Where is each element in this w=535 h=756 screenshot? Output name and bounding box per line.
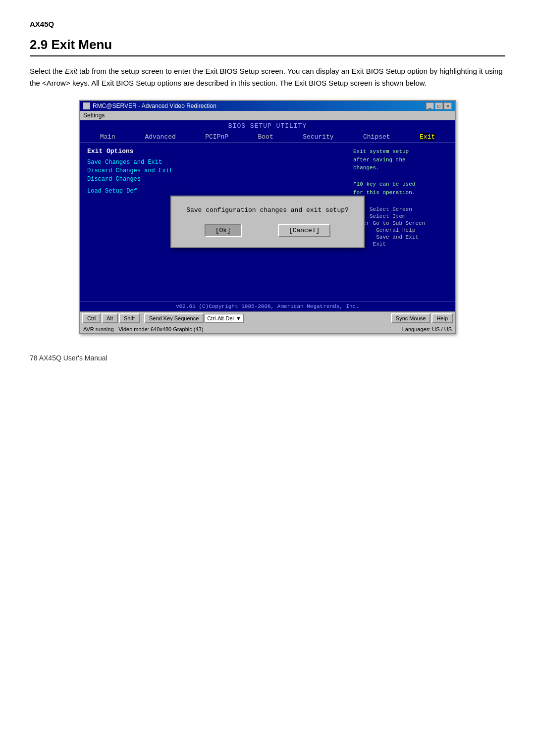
bios-status-right: Languages: US / US — [402, 326, 452, 332]
bios-nav-exit[interactable]: Exit — [420, 133, 435, 141]
toolbar-shift-button[interactable]: Shift — [119, 313, 140, 323]
bios-window: RMC@SERVER - Advanced Video Redirection … — [79, 100, 456, 334]
bios-menubar: Settings — [80, 111, 455, 120]
bios-dialog: Save configuration changes and exit setu… — [170, 196, 365, 248]
section-title: 2.9 Exit Menu — [30, 37, 505, 56]
bios-dialog-overlay: Save configuration changes and exit setu… — [80, 143, 455, 301]
bios-nav-pcipnp[interactable]: PCIPnP — [205, 133, 228, 141]
bios-dialog-cancel-button[interactable]: [Cancel] — [278, 224, 330, 237]
bios-nav-advanced[interactable]: Advanced — [145, 133, 175, 141]
page-content: AX45Q 2.9 Exit Menu Select the Exit tab … — [30, 20, 505, 362]
bios-nav-boot[interactable]: Boot — [258, 133, 273, 141]
bios-titlebar: RMC@SERVER - Advanced Video Redirection … — [80, 101, 455, 111]
toolbar-separator-1 — [142, 314, 142, 323]
bios-screen: BIOS SETUP UTILITY Main Advanced PCIPnP … — [80, 120, 455, 311]
bios-titlebar-buttons: _ □ × — [426, 102, 452, 109]
page-footer: 78 AX45Q User's Manual — [30, 354, 505, 362]
bios-nav-chipset[interactable]: Chipset — [363, 133, 390, 141]
toolbar-alt-button[interactable]: Alt — [102, 313, 118, 323]
bios-window-title: RMC@SERVER - Advanced Video Redirection — [93, 102, 216, 109]
bios-header-bar: BIOS SETUP UTILITY — [80, 120, 455, 132]
close-button[interactable]: × — [444, 102, 452, 109]
minimize-button[interactable]: _ — [426, 102, 434, 109]
dropdown-arrow-icon[interactable]: ▼ — [236, 315, 241, 321]
bios-dialog-buttons: [Ok] [Cancel] — [186, 224, 349, 237]
bios-titlebar-left: RMC@SERVER - Advanced Video Redirection — [83, 102, 216, 109]
bios-status-left: AVR running - Video mode: 640x480 Graphi… — [83, 326, 203, 332]
bios-dialog-text: Save configuration changes and exit setu… — [186, 206, 349, 214]
bios-status-bar: v02.61 (C)Copyright 1985-2006, American … — [80, 301, 455, 311]
bios-app-icon — [83, 102, 90, 109]
sync-mouse-button[interactable]: Sync Mouse — [391, 313, 431, 323]
send-key-sequence-button[interactable]: Send Key Sequence — [144, 313, 204, 323]
toolbar-dropdown-label: Ctrl-Alt-Del — [207, 315, 234, 321]
toolbar-ctrl-button[interactable]: Ctrl — [82, 313, 101, 323]
bios-nav-main[interactable]: Main — [100, 133, 115, 141]
toolbar-dropdown[interactable]: Ctrl-Alt-Del ▼ — [205, 314, 244, 323]
bios-dialog-ok-button[interactable]: [Ok] — [205, 224, 242, 237]
bios-statusbar-bottom: AVR running - Video mode: 640x480 Graphi… — [80, 325, 455, 333]
bios-content-area: Exit Options Save Changes and Exit Disca… — [80, 143, 455, 301]
help-button[interactable]: Help — [431, 313, 453, 323]
restore-button[interactable]: □ — [435, 102, 443, 109]
bios-nav-security[interactable]: Security — [303, 133, 333, 141]
doc-label: AX45Q — [30, 20, 505, 28]
description: Select the Exit tab from the setup scree… — [30, 65, 505, 89]
bios-menu-settings[interactable]: Settings — [83, 112, 105, 119]
bios-toolbar: Ctrl Alt Shift Send Key Sequence Ctrl-Al… — [80, 311, 455, 325]
bios-nav-bar: Main Advanced PCIPnP Boot Security Chips… — [80, 132, 455, 143]
